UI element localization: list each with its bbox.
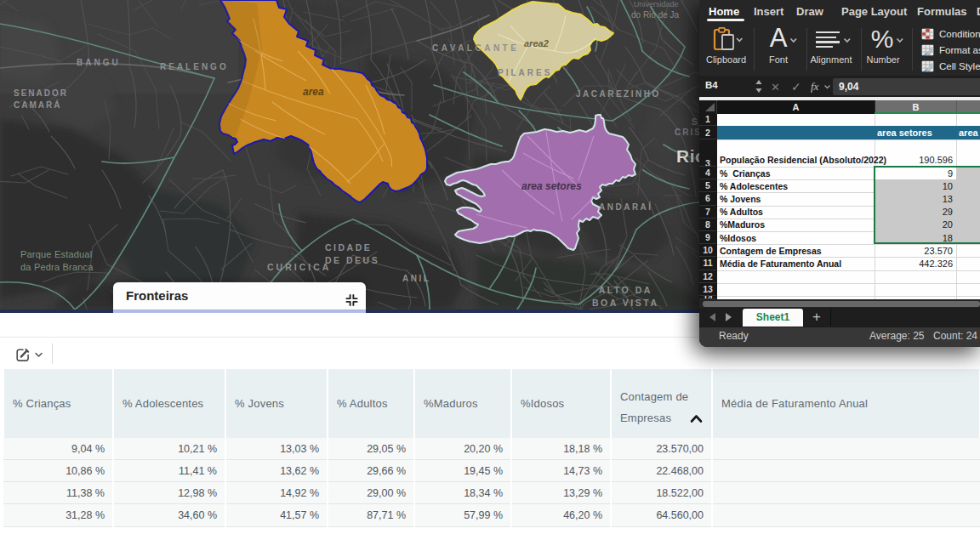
- svg-text:area setores: area setores: [521, 180, 582, 192]
- svg-text:area2: area2: [524, 38, 549, 48]
- svg-text:area: area: [303, 86, 324, 98]
